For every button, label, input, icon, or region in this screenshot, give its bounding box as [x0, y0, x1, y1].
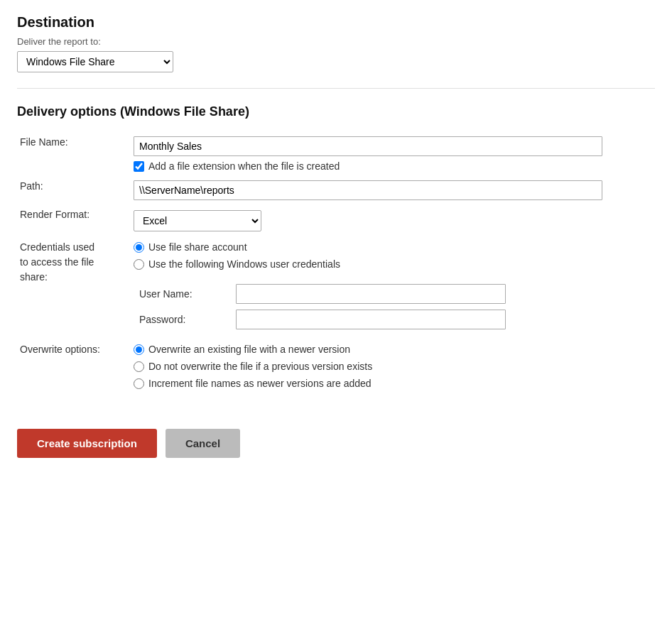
path-label: Path: [20, 180, 43, 192]
path-row: Path: [17, 176, 655, 204]
password-input[interactable] [236, 310, 506, 329]
delivery-section-title: Delivery options (Windows File Share) [17, 104, 655, 119]
cred-option1-radio[interactable] [134, 242, 144, 253]
username-row: User Name: [134, 281, 652, 307]
create-subscription-button[interactable]: Create subscription [17, 429, 157, 458]
render-format-select[interactable]: Excel PDF Word CSV [134, 210, 261, 231]
overwrite-option3-label: Increment file names as newer versions a… [148, 378, 372, 389]
overwrite-option2-row: Do not overwrite the file if a previous … [134, 361, 652, 372]
delivery-options-section: Delivery options (Windows File Share) Fi… [17, 104, 655, 393]
cred-option2-label: Use the following Windows user credentia… [148, 258, 340, 270]
destination-select[interactable]: Windows File Share Email SharePoint [17, 51, 173, 72]
overwrite-option2-radio[interactable] [134, 361, 144, 372]
credentials-sub-form: User Name: Password: [134, 281, 652, 332]
overwrite-option1-radio[interactable] [134, 344, 144, 355]
file-name-label: File Name: [20, 136, 68, 148]
credentials-label: Credentials usedto access the fileshare: [20, 241, 94, 283]
section-divider [17, 88, 655, 89]
cancel-button[interactable]: Cancel [166, 429, 240, 458]
password-label: Password: [139, 314, 185, 325]
overwrite-option1-label: Overwrite an existing file with a newer … [148, 344, 350, 355]
path-input[interactable] [134, 180, 602, 200]
username-label: User Name: [139, 288, 193, 300]
file-name-row: File Name: Add a file extension when the… [17, 132, 655, 176]
render-format-row: Render Format: Excel PDF Word CSV [17, 204, 655, 236]
cred-option1-label: Use file share account [148, 241, 247, 253]
render-format-label: Render Format: [20, 209, 90, 220]
add-extension-checkbox[interactable] [134, 161, 144, 172]
credentials-radio-group: Use file share account Use the following… [134, 241, 652, 332]
overwrite-radio-group: Overwrite an existing file with a newer … [134, 344, 652, 389]
delivery-form-table: File Name: Add a file extension when the… [17, 132, 655, 393]
cred-option2-row: Use the following Windows user credentia… [134, 258, 652, 270]
username-input[interactable] [236, 284, 506, 304]
footer-section: Create subscription Cancel [17, 429, 655, 458]
destination-section: Destination Deliver the report to: Windo… [17, 14, 655, 72]
cred-option2-radio[interactable] [134, 259, 144, 270]
file-name-input[interactable] [134, 136, 602, 156]
overwrite-option1-row: Overwrite an existing file with a newer … [134, 344, 652, 355]
overwrite-option2-label: Do not overwrite the file if a previous … [148, 361, 372, 372]
destination-title: Destination [17, 14, 655, 31]
credentials-row: Credentials usedto access the fileshare:… [17, 236, 655, 337]
overwrite-label: Overwrite options: [20, 344, 100, 355]
overwrite-option3-row: Increment file names as newer versions a… [134, 378, 652, 389]
overwrite-row: Overwrite options: Overwrite an existing… [17, 337, 655, 393]
overwrite-option3-radio[interactable] [134, 378, 144, 389]
add-extension-label: Add a file extension when the file is cr… [148, 160, 340, 172]
password-row: Password: [134, 307, 652, 332]
cred-option1-row: Use file share account [134, 241, 652, 253]
deliver-label: Deliver the report to: [17, 36, 655, 47]
